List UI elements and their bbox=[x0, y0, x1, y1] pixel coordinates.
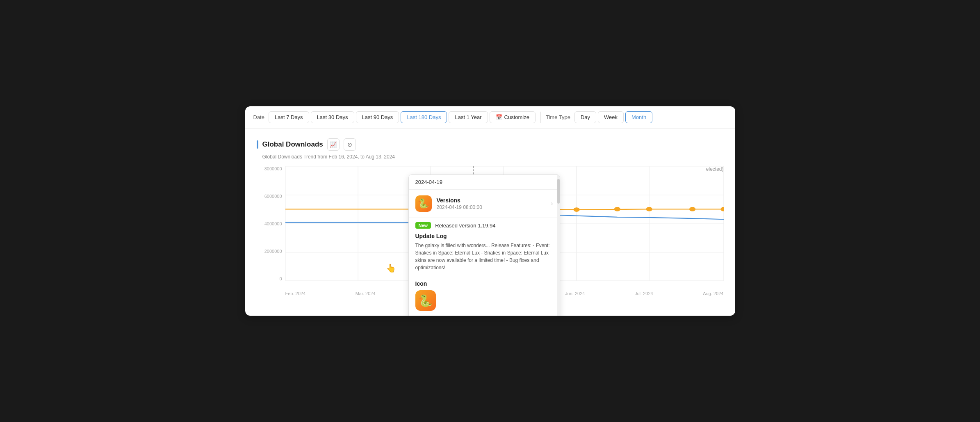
y-axis: 8000000 6000000 4000000 2000000 0 bbox=[257, 166, 285, 281]
y-label-4m: 4000000 bbox=[264, 221, 282, 226]
tab-day[interactable]: Day bbox=[574, 111, 596, 123]
version-row[interactable]: 🐍 Versions 2024-04-19 08:00:00 › bbox=[409, 190, 560, 218]
tooltip-popup: 2024-04-19 🐍 Versions 2024-04-19 08:00:0… bbox=[408, 174, 560, 316]
version-title: Versions bbox=[437, 197, 546, 204]
filter-bar: Date Last 7 Days Last 30 Days Last 90 Da… bbox=[245, 106, 735, 128]
svg-point-15 bbox=[646, 207, 652, 211]
y-label-2m: 2000000 bbox=[264, 249, 282, 254]
chart-header: Global Downloads 📈 ⊙ bbox=[257, 138, 724, 151]
svg-point-13 bbox=[573, 207, 579, 212]
tab-180days[interactable]: Last 180 Days bbox=[401, 111, 447, 123]
chart-subtitle: Global Downloads Trend from Feb 16, 2024… bbox=[262, 154, 724, 160]
x-label-feb: Feb. 2024 bbox=[285, 291, 306, 296]
tab-month[interactable]: Month bbox=[625, 111, 652, 123]
scrollbar-thumb[interactable] bbox=[557, 179, 560, 204]
x-label-jul: Jul. 2024 bbox=[635, 291, 653, 296]
refresh-icon: ⊙ bbox=[347, 141, 352, 148]
main-container: Date Last 7 Days Last 30 Days Last 90 Da… bbox=[245, 106, 735, 316]
app-icon-preview: 🐍 bbox=[415, 290, 436, 311]
update-log-title: Update Log bbox=[415, 233, 553, 239]
x-label-jun: Jun. 2024 bbox=[565, 291, 585, 296]
chart-title-bar bbox=[257, 140, 258, 149]
tab-1year[interactable]: Last 1 Year bbox=[449, 111, 488, 123]
customize-label: Customize bbox=[504, 114, 529, 120]
release-row: New Released version 1.19.94 bbox=[409, 218, 560, 229]
tab-30days[interactable]: Last 30 Days bbox=[311, 111, 354, 123]
y-label-8m: 8000000 bbox=[264, 166, 282, 171]
chevron-right-icon: › bbox=[551, 200, 553, 207]
customize-button[interactable]: 📅 Customize bbox=[490, 111, 536, 123]
update-log-section: Update Log The galaxy is filled with won… bbox=[409, 229, 560, 276]
icon-section-title: Icon bbox=[415, 280, 553, 287]
x-label-aug: Aug. 2024 bbox=[703, 291, 723, 296]
x-label-mar: Mar. 2024 bbox=[356, 291, 376, 296]
app-icon: 🐍 bbox=[415, 195, 432, 212]
tab-7days[interactable]: Last 7 Days bbox=[269, 111, 309, 123]
chart-line-icon: 📈 bbox=[330, 141, 337, 148]
tab-week[interactable]: Week bbox=[598, 111, 624, 123]
cursor-pointer: 👆 bbox=[386, 263, 396, 273]
update-log-text: The galaxy is filled with wonders... Rel… bbox=[415, 242, 553, 271]
chart-title: Global Downloads bbox=[262, 140, 323, 149]
chart-area: 8000000 6000000 4000000 2000000 0 bbox=[257, 166, 724, 298]
calendar-icon: 📅 bbox=[496, 114, 502, 120]
release-text: Released version 1.19.94 bbox=[435, 222, 495, 229]
chart-refresh-icon-btn[interactable]: ⊙ bbox=[344, 138, 356, 151]
icon-section: Icon 🐍 bbox=[409, 276, 560, 316]
chart-line-icon-btn[interactable]: 📈 bbox=[327, 138, 340, 151]
chart-section: Global Downloads 📈 ⊙ Global Downloads Tr… bbox=[245, 128, 735, 316]
svg-point-16 bbox=[689, 207, 695, 211]
date-label: Date bbox=[253, 114, 264, 120]
version-info: Versions 2024-04-19 08:00:00 bbox=[437, 197, 546, 210]
tab-90days[interactable]: Last 90 Days bbox=[356, 111, 399, 123]
y-label-0: 0 bbox=[279, 276, 282, 281]
y-label-6m: 6000000 bbox=[264, 194, 282, 199]
scrollbar-track[interactable] bbox=[557, 175, 560, 316]
svg-point-14 bbox=[614, 207, 620, 211]
tooltip-date: 2024-04-19 bbox=[409, 175, 560, 190]
tooltip-body[interactable]: 🐍 Versions 2024-04-19 08:00:00 › New Rel… bbox=[409, 190, 560, 316]
time-type-label: Time Type bbox=[546, 114, 570, 120]
divider bbox=[540, 112, 541, 123]
version-date: 2024-04-19 08:00:00 bbox=[437, 204, 546, 210]
svg-point-17 bbox=[720, 207, 724, 211]
new-badge: New bbox=[415, 222, 431, 229]
selected-label: elected) bbox=[706, 166, 724, 172]
